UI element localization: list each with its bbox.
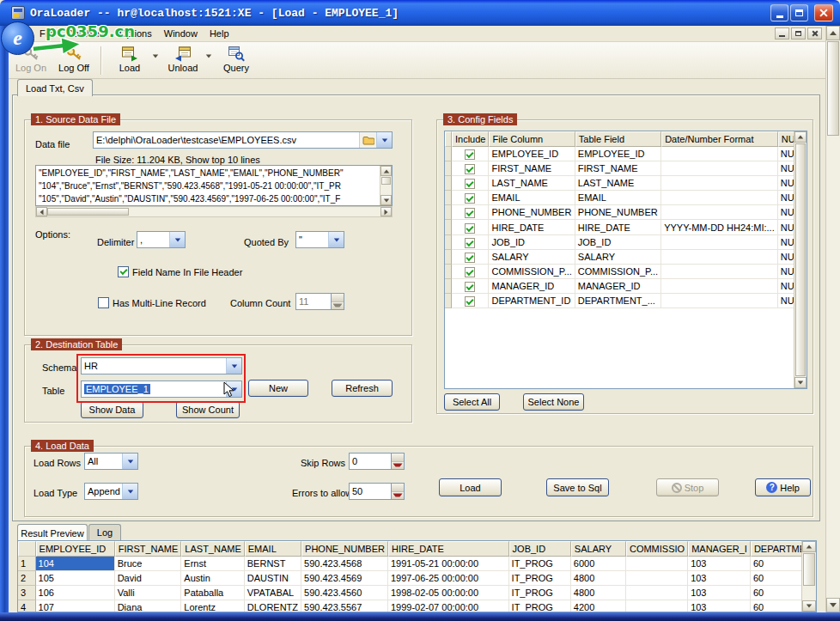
config-row[interactable]: PHONE_NUMBERPHONE_NUMBERNULL [445,205,807,220]
delimiter-dropdown-button[interactable] [169,232,185,247]
result-cell[interactable]: IT_PROG [509,600,571,612]
format-cell[interactable] [661,294,778,308]
mdi-minimize-button[interactable] [775,27,789,40]
result-cell[interactable]: David [115,571,182,586]
file-column-cell[interactable]: PHONE_NUMBER [489,205,575,220]
scroll-up-button[interactable] [794,131,807,143]
scrollbar-thumb[interactable] [795,143,806,376]
format-cell[interactable] [661,205,778,220]
load-toolbar-button[interactable]: Load [109,45,150,76]
config-row[interactable]: JOB_IDJOB_IDNULL [445,235,807,250]
load-type-combo[interactable]: Append [84,483,138,500]
spin-up-button[interactable] [392,484,404,492]
result-cell[interactable]: 1997-06-25 00:00:00 [388,571,509,586]
result-cell[interactable]: 106 [36,586,115,600]
result-cell[interactable]: 4200 [571,600,626,612]
result-cell[interactable]: Diana [115,600,182,612]
format-cell[interactable] [661,235,778,250]
file-column-cell[interactable]: EMAIL [489,191,575,205]
help-button[interactable]: Help [755,478,811,496]
format-cell[interactable] [661,279,778,294]
load-rows-dropdown-button[interactable] [122,454,137,469]
format-cell[interactable]: YYYY-MM-DD HH24:MI:... [661,220,778,234]
config-column-header[interactable]: File Column [489,131,575,147]
new-table-button[interactable]: New [248,380,308,397]
spin-down-button[interactable] [392,492,404,500]
file-column-cell[interactable]: MANAGER_ID [489,279,575,294]
csv-preview-vscrollbar[interactable] [380,166,392,205]
format-cell[interactable] [661,250,778,265]
result-row[interactable]: 1104BruceErnstBERNST590.423.45681991-05-… [18,557,816,571]
result-cell[interactable]: Bruce [115,557,182,571]
format-cell[interactable] [661,147,778,161]
refresh-button[interactable]: Refresh [332,380,393,397]
file-column-cell[interactable]: HIRE_DATE [489,220,575,234]
errors-to-allow-spinner[interactable]: 50 [349,483,405,500]
result-cell[interactable]: 103 [688,571,751,586]
table-field-cell[interactable]: HIRE_DATE [575,220,661,234]
result-column-header[interactable] [18,541,36,557]
select-all-button[interactable]: Select All [444,393,500,411]
unload-dropdown-button[interactable] [204,47,214,64]
scroll-down-button[interactable] [802,600,816,612]
result-column-header[interactable]: LAST_NAME [181,541,244,557]
result-cell[interactable]: Pataballa [181,586,244,600]
csv-preview-box[interactable]: "EMPLOYEE_ID","FIRST_NAME","LAST_NAME","… [35,165,393,206]
table-field-cell[interactable]: LAST_NAME [575,176,661,191]
config-row[interactable]: EMAILEMAILNULL [445,191,807,205]
result-column-header[interactable]: COMMISSIO [626,541,688,557]
include-checkbox[interactable] [465,179,475,189]
format-cell[interactable] [661,191,778,205]
multiline-checkbox[interactable] [98,297,109,308]
config-row[interactable]: FIRST_NAMEFIRST_NAMENULL [445,161,807,176]
load-rows-combo[interactable]: All [84,453,138,470]
spin-up-button[interactable] [392,454,404,462]
result-cell[interactable] [626,600,688,612]
load-dropdown-button[interactable] [150,47,161,64]
scroll-up-button[interactable] [802,541,816,552]
column-count-spinner[interactable]: 11 [295,293,344,310]
include-checkbox[interactable] [465,296,475,307]
row-number-cell[interactable]: 2 [18,571,36,586]
result-column-header[interactable]: PHONE_NUMBER [301,541,388,557]
table-field-cell[interactable]: PHONE_NUMBER [575,205,661,220]
menu-help[interactable]: Help [204,27,235,40]
result-cell[interactable]: 1999-02-07 00:00:00 [388,600,509,612]
csv-preview-hscrollbar[interactable] [35,206,393,217]
include-checkbox[interactable] [465,238,475,248]
result-cell[interactable]: IT_PROG [509,557,571,571]
result-cell[interactable]: DLORENTZ [245,600,301,612]
tab-load-txt-csv[interactable]: Load Txt, Csv [17,79,93,96]
result-grid-vscrollbar[interactable] [801,541,816,612]
result-cell[interactable]: 6000 [571,557,626,571]
config-row[interactable]: LAST_NAMELAST_NAMENULL [445,176,807,191]
result-cell[interactable]: VPATABAL [245,586,301,600]
result-column-header[interactable]: EMPLOYEE_ID [36,541,115,557]
include-checkbox[interactable] [465,149,475,160]
result-cell[interactable]: 105 [36,571,115,586]
config-row[interactable]: MANAGER_IDMANAGER_IDNULL [445,279,807,294]
file-column-cell[interactable]: COMMISSION_P... [489,265,575,279]
scrollbar-thumb[interactable] [47,208,129,216]
mdi-restore-button[interactable] [791,27,806,40]
config-grid-vscrollbar[interactable] [794,131,807,388]
result-cell[interactable]: Austin [181,571,244,586]
table-field-cell[interactable]: EMPLOYEE_ID [575,147,661,161]
menu-window[interactable]: Window [158,27,204,40]
result-cell[interactable]: 590.423.4568 [301,557,388,571]
result-cell[interactable]: Lorentz [181,600,244,612]
row-number-cell[interactable]: 4 [18,600,36,612]
file-column-cell[interactable]: FIRST_NAME [489,161,575,176]
format-cell[interactable] [661,265,778,279]
table-field-cell[interactable]: SALARY [575,250,661,265]
result-column-header[interactable]: MANAGER_I [688,541,751,557]
scroll-left-button[interactable] [36,207,47,216]
table-field-cell[interactable]: COMMISSION_P... [575,265,661,279]
include-checkbox[interactable] [465,223,475,234]
file-column-cell[interactable]: DEPARTMENT_ID [489,294,575,308]
config-row[interactable]: HIRE_DATEHIRE_DATEYYYY-MM-DD HH24:MI:...… [445,220,807,234]
config-fields-grid[interactable]: IncludeFile ColumnTable FieldDate/Number… [444,131,807,389]
select-none-button[interactable]: Select None [523,393,584,411]
file-column-cell[interactable]: LAST_NAME [489,176,575,191]
scrollbar-thumb[interactable] [381,177,391,185]
